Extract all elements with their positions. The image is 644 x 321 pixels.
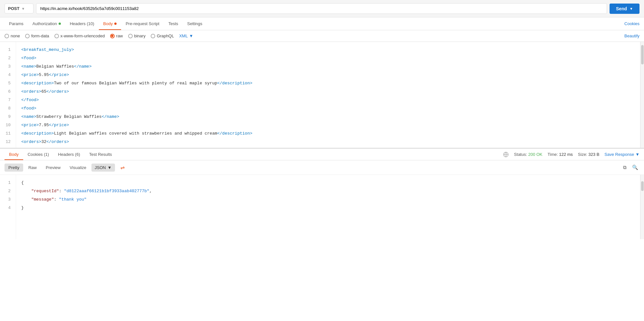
response-tab-test-results[interactable]: Test Results xyxy=(85,149,117,160)
tab-body-label: Body xyxy=(103,21,113,26)
save-response-label: Save Response xyxy=(604,152,634,157)
format-pretty-button[interactable]: Pretty xyxy=(5,164,23,172)
radio-form-data[interactable]: form-data xyxy=(25,33,49,38)
format-pretty-label: Pretty xyxy=(8,165,19,170)
authorization-dot xyxy=(59,23,61,25)
cookies-label: Cookies xyxy=(624,21,639,26)
tab-tests-label: Tests xyxy=(168,21,178,26)
body-dot xyxy=(114,23,117,25)
url-input[interactable] xyxy=(36,3,607,14)
search-icon: 🔍 xyxy=(632,165,638,170)
time-prefix: Time: xyxy=(548,152,558,157)
response-format-bar: Pretty Raw Preview Visualize JSON ▼ ⇌ ⧉ … xyxy=(0,160,644,175)
request-tab-bar: Params Authorization Headers (10) Body P… xyxy=(0,17,644,30)
time-value: 122 ms xyxy=(559,152,573,157)
response-json-editor[interactable]: 1234 { "requestId": "d8122aaaf66121b1bf3… xyxy=(0,175,644,239)
format-raw-label: Raw xyxy=(28,165,37,170)
radio-graphql-circle xyxy=(151,34,155,38)
radio-none-label: none xyxy=(11,33,20,38)
globe-icon xyxy=(503,152,509,157)
xml-scrollbar[interactable] xyxy=(640,42,644,148)
format-raw-button[interactable]: Raw xyxy=(24,164,41,172)
format-preview-label: Preview xyxy=(46,165,61,170)
response-tab-bar: Body Cookies (1) Headers (6) Test Result… xyxy=(0,148,644,160)
send-label: Send xyxy=(616,6,627,11)
xml-code-content[interactable]: <breakfast_menu_july><food><name>Belgian… xyxy=(16,42,640,148)
radio-binary[interactable]: binary xyxy=(128,33,146,38)
xml-line-numbers: 123456789101112 xyxy=(0,42,16,148)
send-chevron-icon: ▼ xyxy=(630,7,633,11)
tab-headers[interactable]: Headers (10) xyxy=(65,17,99,30)
response-scrollbar-thumb xyxy=(641,181,644,191)
xml-editor[interactable]: 123456789101112 <breakfast_menu_july><fo… xyxy=(0,42,644,148)
response-tab-headers[interactable]: Headers (6) xyxy=(53,149,85,160)
tab-authorization[interactable]: Authorization xyxy=(28,17,65,30)
tab-prerequest-label: Pre-request Script xyxy=(126,21,159,26)
radio-binary-circle xyxy=(128,34,133,38)
response-tab-test-results-label: Test Results xyxy=(89,152,112,157)
response-meta: Status: 200 OK Time: 122 ms Size: 323 B … xyxy=(503,152,639,157)
response-type-label: JSON xyxy=(95,165,106,170)
copy-button[interactable]: ⧉ xyxy=(620,163,629,172)
radio-graphql-label: GraphQL xyxy=(157,33,174,38)
beautify-button[interactable]: Beautify xyxy=(624,33,639,38)
response-tab-body-label: Body xyxy=(9,152,19,157)
wrap-icon: ⇌ xyxy=(120,165,125,171)
tab-body[interactable]: Body xyxy=(99,17,121,30)
format-visualize-label: Visualize xyxy=(70,165,86,170)
tab-params-label: Params xyxy=(9,21,24,26)
radio-none[interactable]: none xyxy=(5,33,20,38)
method-label: POST xyxy=(8,6,19,11)
status-label: Status: 200 OK xyxy=(514,152,542,157)
save-response-button[interactable]: Save Response ▼ xyxy=(604,152,639,157)
tab-params[interactable]: Params xyxy=(5,17,28,30)
radio-raw[interactable]: raw xyxy=(110,33,123,38)
size-value: 323 B xyxy=(588,152,599,157)
time-label: Time: 122 ms xyxy=(548,152,573,157)
type-selector-label: XML xyxy=(179,33,188,38)
format-preview-button[interactable]: Preview xyxy=(42,164,64,172)
radio-raw-label: raw xyxy=(116,33,123,38)
save-response-chevron-icon: ▼ xyxy=(635,152,639,157)
type-selector[interactable]: XML ▼ xyxy=(179,33,193,38)
tab-prerequest[interactable]: Pre-request Script xyxy=(121,17,164,30)
size-prefix: Size: xyxy=(578,152,587,157)
search-button[interactable]: 🔍 xyxy=(630,163,639,172)
response-code-content[interactable]: { "requestId": "d8122aaaf66121b1bf3933aa… xyxy=(16,175,640,239)
response-type-selector[interactable]: JSON ▼ xyxy=(91,164,115,172)
tab-tests[interactable]: Tests xyxy=(164,17,183,30)
tab-settings[interactable]: Settings xyxy=(183,17,207,30)
tab-settings-label: Settings xyxy=(187,21,202,26)
status-value: 200 OK xyxy=(528,152,542,157)
status-prefix: Status: xyxy=(514,152,527,157)
radio-binary-label: binary xyxy=(134,33,146,38)
method-selector[interactable]: POST ▼ xyxy=(5,4,33,14)
wrap-button[interactable]: ⇌ xyxy=(118,163,127,172)
response-line-numbers: 1234 xyxy=(0,175,16,239)
method-chevron-icon: ▼ xyxy=(21,7,25,11)
radio-graphql[interactable]: GraphQL xyxy=(151,33,174,38)
size-label: Size: 323 B xyxy=(578,152,600,157)
radio-none-circle xyxy=(5,34,9,38)
radio-urlencoded-label: x-www-form-urlencoded xyxy=(61,33,105,38)
xml-scrollbar-thumb xyxy=(641,45,644,64)
copy-icon: ⧉ xyxy=(623,165,627,170)
radio-form-data-label: form-data xyxy=(31,33,49,38)
send-button[interactable]: Send ▼ xyxy=(610,4,639,14)
radio-urlencoded-circle xyxy=(54,34,59,38)
response-tab-headers-label: Headers (6) xyxy=(58,152,80,157)
body-type-bar: none form-data x-www-form-urlencoded raw… xyxy=(0,30,644,42)
response-scrollbar[interactable] xyxy=(640,175,644,239)
response-section: Body Cookies (1) Headers (6) Test Result… xyxy=(0,148,644,239)
radio-urlencoded[interactable]: x-www-form-urlencoded xyxy=(54,33,105,38)
cookies-link[interactable]: Cookies xyxy=(624,17,639,30)
radio-form-data-circle xyxy=(25,34,30,38)
response-tab-body[interactable]: Body xyxy=(5,149,23,160)
type-selector-chevron-icon: ▼ xyxy=(189,33,193,38)
tab-authorization-label: Authorization xyxy=(33,21,57,26)
response-tab-cookies[interactable]: Cookies (1) xyxy=(23,149,53,160)
format-visualize-button[interactable]: Visualize xyxy=(66,164,90,172)
response-type-chevron-icon: ▼ xyxy=(108,165,112,170)
response-tab-cookies-label: Cookies (1) xyxy=(28,152,49,157)
radio-raw-circle xyxy=(110,34,115,38)
